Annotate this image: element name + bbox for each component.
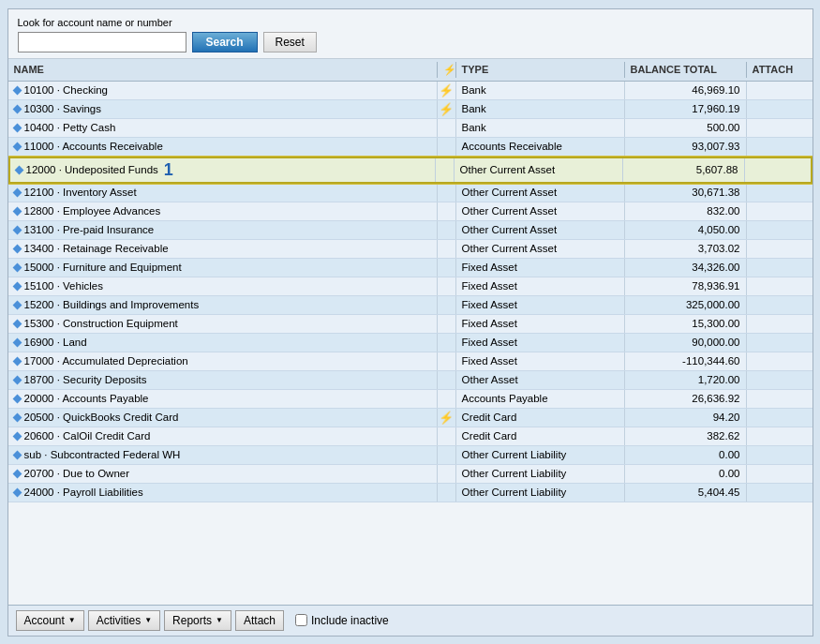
cell-account-name: 24000 · Payroll Liabilities (8, 484, 438, 502)
table-row[interactable]: 10400 · Petty CashBank500.00 (8, 119, 813, 138)
table-row[interactable]: 20700 · Due to OwnerOther Current Liabil… (8, 465, 813, 484)
cell-account-name: 15200 · Buildings and Improvements (8, 296, 438, 314)
table-row[interactable]: 12000 · Undeposited Funds1Other Current … (8, 157, 813, 184)
diamond-icon (12, 300, 22, 309)
table-row[interactable]: 20600 · CalOil Credit CardCredit Card382… (8, 427, 813, 446)
diamond-icon (12, 187, 22, 197)
account-table: NAME ⚡ TYPE BALANCE TOTAL ATTACH 10100 ·… (8, 59, 813, 605)
table-row[interactable]: 10300 · Savings⚡Bank17,960.19 (8, 100, 813, 119)
cell-type: Accounts Receivable (456, 138, 625, 156)
cell-attach (745, 158, 811, 182)
table-row[interactable]: 15000 · Furniture and EquipmentFixed Ass… (8, 259, 813, 277)
cell-lightning (438, 446, 456, 464)
cell-attach (747, 390, 813, 408)
cell-balance: 78,936.91 (625, 277, 747, 295)
diamond-icon (12, 394, 22, 403)
table-row[interactable]: sub · Subcontracted Federal WHOther Curr… (8, 446, 813, 465)
table-row[interactable]: 17000 · Accumulated DepreciationFixed As… (8, 352, 813, 371)
cell-attach (747, 371, 813, 389)
cell-account-name: 20500 · QuickBooks Credit Card (8, 409, 438, 427)
diamond-icon (12, 319, 22, 328)
cell-attach (747, 277, 813, 295)
cell-lightning: ⚡ (438, 82, 456, 99)
table-row[interactable]: 13100 · Pre-paid InsuranceOther Current … (8, 221, 813, 240)
diamond-icon (12, 356, 22, 366)
cell-lightning (438, 277, 456, 295)
col-lightning: ⚡ (438, 62, 456, 78)
cell-lightning (438, 202, 456, 220)
cell-balance: 0.00 (625, 465, 747, 483)
cell-account-name: 15000 · Furniture and Equipment (8, 259, 438, 277)
cell-balance: 5,404.45 (625, 484, 747, 502)
cell-attach (747, 202, 813, 220)
cell-lightning: ⚡ (438, 100, 456, 118)
diamond-icon (12, 123, 22, 132)
main-window: Look for account name or number Search R… (7, 8, 813, 637)
activities-button[interactable]: Activities ▼ (88, 610, 160, 631)
cell-account-name: sub · Subcontracted Federal WH (8, 446, 438, 464)
reports-button[interactable]: Reports ▼ (164, 610, 231, 631)
cell-attach (747, 465, 813, 483)
search-input[interactable] (18, 32, 186, 52)
cell-account-name: 18700 · Security Deposits (8, 371, 438, 389)
cell-balance: 46,969.10 (625, 82, 747, 99)
table-row[interactable]: 12100 · Inventory AssetOther Current Ass… (8, 184, 813, 202)
col-balance: BALANCE TOTAL (625, 62, 747, 78)
cell-attach (747, 315, 813, 333)
cell-attach (747, 259, 813, 277)
lightning-icon: ⚡ (439, 103, 454, 115)
diamond-icon (14, 165, 23, 174)
table-row[interactable]: 15300 · Construction EquipmentFixed Asse… (8, 315, 813, 334)
table-row[interactable]: 11000 · Accounts ReceivableAccounts Rece… (8, 138, 813, 157)
search-label: Look for account name or number (18, 17, 803, 28)
cell-type: Bank (456, 119, 625, 137)
cell-type: Other Current Liability (456, 446, 625, 464)
include-inactive-label: Include inactive (311, 614, 389, 627)
cell-type: Other Current Asset (456, 184, 625, 202)
cell-account-name: 20700 · Due to Owner (8, 465, 438, 483)
diamond-icon (12, 262, 22, 272)
cell-attach (747, 484, 813, 502)
table-row[interactable]: 12800 · Employee AdvancesOther Current A… (8, 202, 813, 221)
table-row[interactable]: 20000 · Accounts PayableAccounts Payable… (8, 390, 813, 409)
cell-account-name: 13400 · Retainage Receivable (8, 240, 438, 258)
cell-account-name: 12000 · Undeposited Funds1 (10, 158, 436, 182)
table-row[interactable]: 15100 · VehiclesFixed Asset78,936.91 (8, 277, 813, 296)
cell-type: Other Current Liability (456, 465, 625, 483)
cell-attach (747, 446, 813, 464)
search-button[interactable]: Search (192, 32, 258, 52)
table-row[interactable]: 24000 · Payroll LiabilitiesOther Current… (8, 484, 813, 502)
table-row[interactable]: 20500 · QuickBooks Credit Card⚡Credit Ca… (8, 409, 813, 427)
diamond-icon (12, 431, 22, 441)
cell-type: Other Current Asset (455, 158, 623, 182)
table-row[interactable]: 13400 · Retainage ReceivableOther Curren… (8, 240, 813, 259)
table-body: 10100 · Checking⚡Bank46,969.1010300 · Sa… (8, 82, 813, 605)
cell-balance: 832.00 (625, 202, 747, 220)
cell-account-name: 16900 · Land (8, 334, 438, 352)
include-inactive-checkbox[interactable] (295, 614, 307, 626)
reset-button[interactable]: Reset (263, 32, 317, 52)
account-button[interactable]: Account ▼ (16, 610, 84, 631)
table-row[interactable]: 10100 · Checking⚡Bank46,969.10 (8, 82, 813, 100)
cell-attach (747, 100, 813, 118)
cell-account-name: 10400 · Petty Cash (8, 119, 438, 137)
cell-account-name: 11000 · Accounts Receivable (8, 138, 438, 156)
table-row[interactable]: 15200 · Buildings and ImprovementsFixed … (8, 296, 813, 315)
table-header: NAME ⚡ TYPE BALANCE TOTAL ATTACH (8, 59, 813, 82)
cell-balance: 93,007.93 (625, 138, 747, 156)
attach-button[interactable]: Attach (235, 610, 284, 631)
diamond-icon (12, 104, 22, 113)
cell-type: Accounts Payable (456, 390, 625, 408)
cell-lightning (438, 221, 456, 239)
cell-type: Other Current Asset (456, 202, 625, 220)
cell-balance: 500.00 (625, 119, 747, 137)
table-row[interactable]: 16900 · LandFixed Asset90,000.00 (8, 334, 813, 352)
table-row[interactable]: 18700 · Security DepositsOther Asset1,72… (8, 371, 813, 390)
cell-attach (747, 334, 813, 352)
cell-attach (747, 296, 813, 314)
cell-attach (747, 352, 813, 370)
diamond-icon (12, 281, 22, 291)
cell-balance: 382.62 (625, 427, 747, 445)
cell-account-name: 15100 · Vehicles (8, 277, 438, 295)
cell-balance: 94.20 (625, 409, 747, 427)
